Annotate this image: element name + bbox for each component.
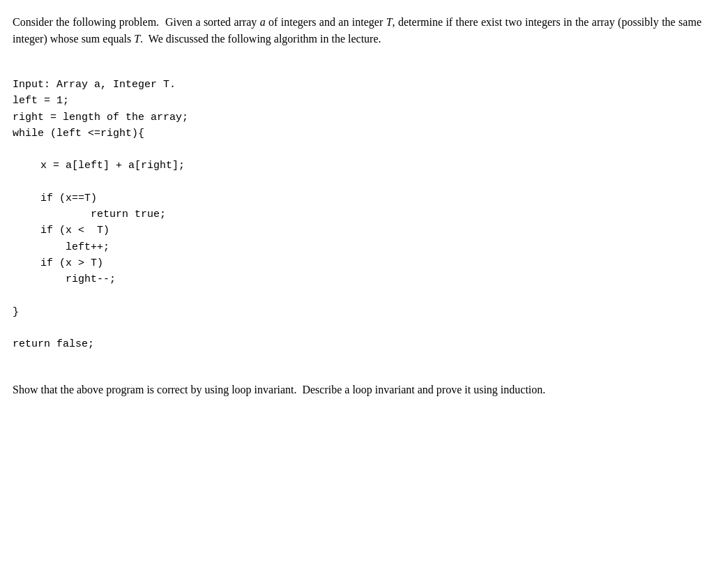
code-line-5: if (x==T) bbox=[13, 190, 701, 206]
code-line-blank2 bbox=[13, 174, 701, 190]
code-line-10: right--; bbox=[13, 271, 701, 287]
code-line-2: right = length of the array; bbox=[13, 110, 701, 126]
intro-paragraph: Consider the following problem. Given a … bbox=[13, 14, 701, 47]
code-line-6: return true; bbox=[13, 206, 701, 223]
code-line-9: if (x > T) bbox=[13, 255, 701, 271]
code-line-7: if (x < T) bbox=[13, 223, 701, 239]
code-line-11: } bbox=[13, 304, 701, 320]
code-header: Input: Array a, Integer T. bbox=[13, 77, 701, 93]
code-line-8: left++; bbox=[13, 239, 701, 255]
code-line-3: while (left <=right){ bbox=[13, 126, 701, 142]
code-line-blank4 bbox=[13, 320, 701, 336]
code-line-blank1 bbox=[13, 142, 701, 158]
algorithm-block: Input: Array a, Integer T. left = 1; rig… bbox=[13, 77, 701, 352]
code-line-1: left = 1; bbox=[13, 93, 701, 109]
conclusion-paragraph: Show that the above program is correct b… bbox=[13, 382, 701, 398]
code-line-4: x = a[left] + a[right]; bbox=[13, 158, 701, 174]
code-line-12: return false; bbox=[13, 336, 701, 352]
code-line-blank3 bbox=[13, 287, 701, 303]
